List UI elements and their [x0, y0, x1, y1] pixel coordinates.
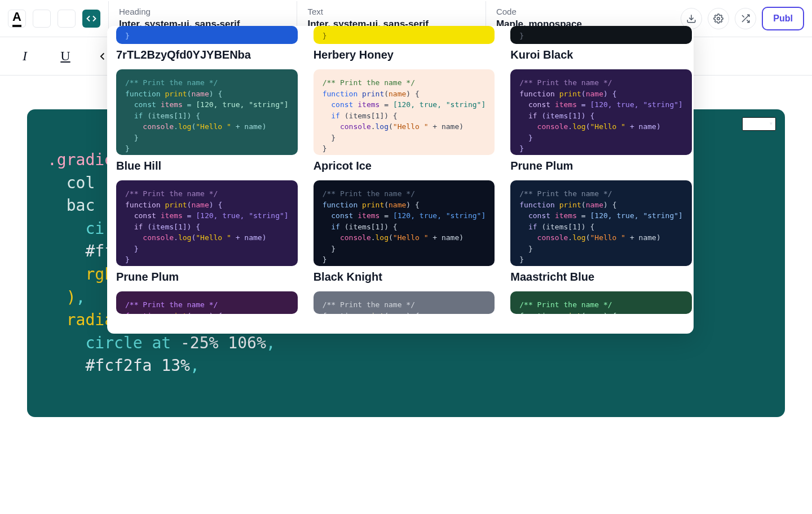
theme-label: Apricot Ice — [314, 159, 495, 172]
text-color-button[interactable]: A — [8, 10, 26, 28]
theme-item[interactable]: }7rTL2BzyQfd0YJYBENba — [116, 26, 298, 61]
theme-item[interactable]: }Herbery Honey — [314, 26, 495, 61]
empty-tool-2[interactable] — [58, 10, 76, 28]
theme-label: Black Knight — [314, 271, 495, 283]
theme-item[interactable]: /** Print the name */function print(name… — [116, 69, 298, 172]
theme-swatch: } — [116, 26, 298, 44]
theme-item[interactable]: /** Print the name */function print(name… — [314, 69, 495, 172]
theme-swatch: } — [314, 26, 495, 44]
theme-label: Herbery Honey — [314, 48, 495, 61]
empty-tool-1[interactable] — [33, 10, 51, 28]
underline-button[interactable]: U — [56, 47, 74, 65]
download-icon — [686, 14, 696, 24]
shuffle-button[interactable] — [735, 8, 756, 29]
language-dropdown[interactable] — [742, 117, 776, 131]
theme-label: Kuroi Black — [510, 48, 692, 61]
svg-line-4 — [742, 15, 744, 17]
canvas-line: #fcf2fa 13%, — [47, 355, 765, 378]
font-col-label: Text — [307, 7, 475, 16]
theme-label: Prune Plum — [116, 271, 298, 283]
theme-item[interactable]: /** Print the name */function print(name… — [116, 291, 298, 314]
theme-swatch: /** Print the name */function print(name… — [314, 291, 495, 314]
theme-label: Maastricht Blue — [510, 271, 692, 283]
theme-item[interactable]: /** Print the name */function print(name… — [314, 180, 495, 283]
theme-swatch: /** Print the name */function print(name… — [314, 69, 495, 155]
theme-label: Blue Hill — [116, 159, 298, 172]
theme-swatch: /** Print the name */function print(name… — [510, 180, 692, 266]
theme-item[interactable]: /** Print the name */function print(name… — [116, 180, 298, 283]
theme-swatch: /** Print the name */function print(name… — [116, 180, 298, 266]
publish-button[interactable]: Publ — [762, 7, 804, 30]
theme-item[interactable]: /** Print the name */function print(name… — [510, 69, 692, 172]
theme-swatch: /** Print the name */function print(name… — [510, 291, 692, 314]
svg-point-1 — [717, 17, 720, 20]
code-theme-button[interactable] — [82, 10, 100, 28]
gear-icon — [713, 14, 723, 24]
theme-swatch: /** Print the name */function print(name… — [116, 69, 298, 155]
settings-button[interactable] — [708, 8, 729, 29]
canvas-line: circle at -25% 106%, — [47, 332, 765, 355]
theme-swatch: /** Print the name */function print(name… — [116, 291, 298, 314]
font-col-label: Code — [496, 7, 664, 16]
theme-label: 7rTL2BzyQfd0YJYBENba — [116, 48, 298, 61]
italic-button[interactable]: I — [16, 47, 34, 65]
theme-swatch: } — [510, 26, 692, 44]
theme-item[interactable]: /** Print the name */function print(name… — [510, 291, 692, 314]
theme-popover: }7rTL2BzyQfd0YJYBENba}Herbery Honey}Kuro… — [107, 26, 694, 334]
shuffle-icon — [740, 14, 751, 24]
font-col-label: Heading — [119, 7, 286, 16]
theme-swatch: /** Print the name */function print(name… — [510, 69, 692, 155]
theme-item[interactable]: /** Print the name */function print(name… — [314, 291, 495, 314]
theme-label: Prune Plum — [510, 159, 692, 172]
theme-item[interactable]: /** Print the name */function print(name… — [510, 180, 692, 283]
theme-item[interactable]: }Kuroi Black — [510, 26, 692, 61]
code-icon — [86, 14, 96, 24]
theme-swatch: /** Print the name */function print(name… — [314, 180, 495, 266]
text-color-icon: A — [12, 10, 21, 27]
